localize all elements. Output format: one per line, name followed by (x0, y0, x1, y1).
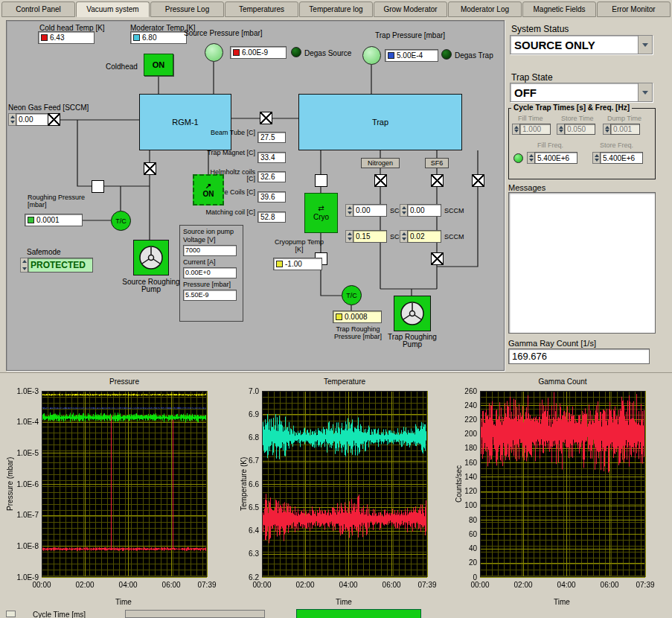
cold-head-temp-display: 6.43 (38, 31, 95, 44)
store-freq-stepper[interactable]: 5.400E+6 (592, 152, 643, 164)
cycle-time-display (125, 610, 265, 618)
flow-value[interactable]: 0.15 (353, 230, 387, 243)
rgm1-vessel: RGM-1 (139, 94, 231, 150)
sccm-unit-label: SCCM (444, 207, 464, 215)
stepper-arrows[interactable] (8, 113, 16, 126)
cycle-time-stepper-icon[interactable] (6, 611, 16, 617)
value: 0.02 (410, 232, 424, 240)
nitrogen-valve-icon[interactable] (374, 174, 387, 187)
dump-time-stepper[interactable]: 0.001 (603, 124, 640, 135)
neon-gas-feed-label: Neon Gas Feed [SCCM] (8, 103, 89, 112)
nitrogen-flow-readout[interactable]: 0.00 (345, 204, 387, 217)
stepper-arrows[interactable] (400, 204, 407, 217)
matching-coil-display: 52.8 (257, 211, 286, 223)
safemode-control[interactable]: PROTECTED (20, 258, 93, 273)
value: 6.43 (50, 34, 64, 42)
tab-temperatures[interactable]: Temperatures (225, 1, 298, 17)
value: 6.00E-9 (242, 48, 268, 57)
value: 5.400E+6 (537, 154, 569, 162)
vacuum-system-diagram: Cold head Temp [K] 6.43 Moderator Temp [… (6, 20, 505, 371)
stepper-arrows[interactable] (345, 230, 353, 243)
neon-gas-feed-stepper[interactable]: 0.00 (8, 113, 53, 126)
value-field[interactable]: 0.050 (564, 124, 595, 135)
source-ion-pump-on-button[interactable]: ↗ ON (193, 174, 224, 206)
trap-state-dropdown[interactable]: OFF (510, 83, 653, 102)
flow-value[interactable]: 0.00 (353, 204, 387, 217)
chart-title: Pressure (42, 378, 207, 386)
coldhead-on-button[interactable]: ON (144, 54, 173, 76)
fill-freq-stepper[interactable]: 5.400E+6 (527, 152, 577, 164)
moderator-temp-display: 6.80 (130, 31, 187, 44)
messages-label: Messages (508, 183, 545, 192)
tab-moderator-log[interactable]: Moderator Log (448, 1, 522, 17)
value: T/C (346, 292, 357, 299)
stepper-arrows[interactable] (603, 124, 610, 135)
tab-temperature-log[interactable]: Temperature log (299, 1, 373, 17)
sccm-unit-label: SCCM (444, 233, 464, 241)
stepper-arrows[interactable] (512, 124, 519, 135)
system-status-dropdown[interactable]: SOURCE ONLY (510, 35, 653, 54)
safemode-value: PROTECTED (28, 258, 93, 273)
fill-time-stepper[interactable]: 1.000 (512, 124, 551, 135)
tab-control-panel[interactable]: Control Panel (1, 1, 75, 17)
tab-pressure-log[interactable]: Pressure Log (150, 1, 224, 17)
aux-valve-icon[interactable] (472, 174, 484, 187)
tab-grow-moderator[interactable]: Grow Moderator (374, 1, 447, 17)
nitrogen-flow-setpoint[interactable]: 0.15 (345, 230, 387, 243)
dropdown-arrow-icon[interactable] (638, 83, 652, 101)
degas-trap-led[interactable] (441, 49, 452, 60)
flow-value[interactable]: 0.00 (407, 204, 441, 217)
rgm-roughing-valve-icon[interactable] (144, 162, 156, 175)
roughing-pressure-label: Roughing Pressure [mbar] (28, 194, 92, 208)
neon-valve-icon[interactable] (48, 113, 60, 126)
sf6-flow-setpoint[interactable]: 0.02 (400, 230, 441, 243)
stepper-arrows[interactable] (557, 124, 564, 135)
chart-title: Gamma Count (480, 378, 645, 386)
tab-vacuum-system[interactable]: Vacuum system (76, 1, 150, 17)
trap-magnet-label: Trap Magnet [C] (205, 150, 255, 156)
stepper-arrows[interactable] (20, 258, 28, 273)
stepper-arrows[interactable] (592, 152, 600, 164)
chart-x-axis-label: Time (336, 598, 352, 606)
sf6-flow-readout[interactable]: 0.00 (400, 204, 441, 217)
value: 169.676 (512, 351, 547, 362)
status-panel: System Status SOURCE ONLY Trap State OFF… (508, 20, 668, 371)
pressure-display: 5.50E-9 (183, 290, 237, 301)
chart-temperature: TemperatureTemperature (K)Time (240, 378, 441, 608)
beam-tube-display: 27.5 (257, 132, 286, 143)
source-roughing-pump-label: Source Roughing Pump (118, 278, 184, 293)
stepper-arrows[interactable] (400, 230, 407, 243)
group-title: Cycle Trap Times [s] & Freq. [Hz] (511, 103, 632, 112)
cryo-inlet-fitting-icon (315, 174, 327, 187)
degas-trap-label: Degas Trap (455, 51, 493, 60)
value-field[interactable]: 5.400E+6 (534, 152, 577, 164)
value-field[interactable]: 0.001 (610, 124, 640, 135)
value-field[interactable]: 5.400E+6 (600, 152, 643, 164)
source-roughing-pump (133, 240, 169, 275)
sf6-valve-icon[interactable] (431, 174, 444, 187)
lower-sf6-valve-icon[interactable] (431, 252, 444, 265)
chart-title: Temperature (262, 378, 427, 386)
value-field[interactable]: 1.000 (519, 124, 551, 135)
value: T/C (115, 217, 127, 225)
tab-error-monitor[interactable]: Error Monitor (597, 1, 671, 17)
matching-coil-label: Matching coil [C] (205, 209, 255, 216)
degas-source-led[interactable] (291, 47, 301, 57)
pressure-label: Pressure [mbar] (183, 281, 240, 289)
chart-x-axis-label: Time (554, 598, 570, 606)
gamma-ray-count-display: 169.676 (508, 348, 650, 364)
value: RGM-1 (172, 118, 198, 127)
tab-magnetic-fields[interactable]: Magnetic Fields (522, 1, 596, 17)
cycle-time-label: Cycle Time [ms] (33, 611, 86, 618)
rgm-trap-valve-icon[interactable] (260, 112, 272, 124)
store-time-stepper[interactable]: 0.050 (557, 124, 595, 135)
flow-value[interactable]: 0.02 (407, 230, 441, 243)
trap-thermocouple: T/C (342, 285, 362, 305)
bottom-green-button[interactable] (296, 609, 421, 618)
chart-gamma-count: Gamma CountCounts/secTime (455, 378, 659, 608)
blue-indicator (388, 52, 394, 59)
stepper-arrows[interactable] (345, 204, 353, 217)
red-indicator (233, 49, 240, 56)
stepper-arrows[interactable] (527, 152, 534, 164)
dropdown-arrow-icon[interactable] (638, 36, 652, 54)
